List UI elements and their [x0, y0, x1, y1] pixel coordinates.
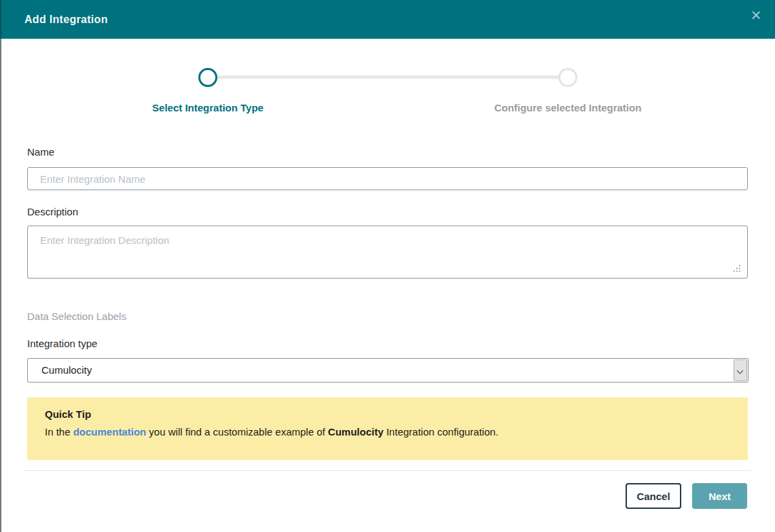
underlying-page-edge-bottom	[0, 39, 1, 532]
integration-type-selected-value: Cumulocity	[41, 359, 92, 382]
name-label: Name	[27, 146, 54, 158]
description-label: Description	[27, 206, 78, 217]
close-button[interactable]: ×	[745, 4, 767, 26]
integration-type-label: Integration type	[27, 338, 97, 349]
modal-title: Add Integration	[24, 0, 108, 39]
quick-tip-panel: Quick Tip In the documentation you will …	[27, 397, 748, 460]
chevron-down-icon	[737, 368, 744, 374]
step-2-label: Configure selected Integration	[466, 102, 670, 113]
stepper-connector	[208, 75, 568, 79]
quick-tip-text-after: Integration configuration.	[384, 426, 499, 438]
documentation-link[interactable]: documentation	[73, 426, 147, 438]
data-selection-labels-text: Data Selection Labels	[27, 311, 126, 322]
next-button[interactable]: Next	[692, 483, 747, 509]
quick-tip-heading: Quick Tip	[45, 408, 730, 420]
quick-tip-text-middle: you will find a customizable example of	[146, 426, 328, 438]
integration-description-textarea[interactable]	[27, 226, 748, 279]
quick-tip-text-before: In the	[45, 426, 73, 438]
footer-divider	[24, 470, 751, 471]
resize-grip-icon[interactable]	[739, 270, 740, 272]
modal-header: Add Integration ×	[1, 0, 775, 39]
cancel-button[interactable]: Cancel	[626, 483, 681, 509]
quick-tip-bold-term: Cumulocity	[328, 426, 384, 438]
step-1-indicator	[198, 68, 217, 87]
step-1-label: Select Integration Type	[106, 102, 310, 113]
step-2-indicator	[558, 68, 577, 87]
integration-name-input[interactable]	[27, 167, 748, 190]
add-integration-modal: Add Integration × Select Integration Typ…	[0, 0, 775, 532]
select-dropdown-button[interactable]	[734, 359, 747, 381]
quick-tip-text: In the documentation you will find a cus…	[45, 426, 730, 438]
integration-type-select[interactable]: Cumulocity	[27, 358, 749, 383]
close-icon: ×	[751, 5, 761, 25]
